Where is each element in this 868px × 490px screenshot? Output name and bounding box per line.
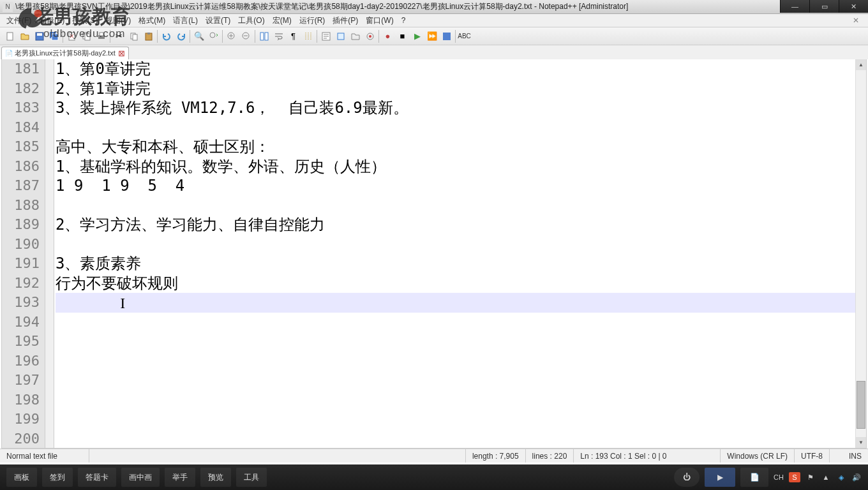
editor-line[interactable]: 1 9 1 9 5 4 — [56, 176, 855, 196]
func-list-icon[interactable] — [333, 29, 348, 43]
task-pip[interactable]: 画中画 — [121, 468, 160, 487]
paste-icon[interactable] — [141, 29, 156, 43]
undo-icon[interactable] — [159, 29, 174, 43]
macro-record-icon[interactable]: ● — [380, 29, 395, 43]
editor-line[interactable] — [56, 429, 855, 449]
menu-help[interactable]: ? — [398, 16, 410, 25]
zoom-out-icon[interactable] — [239, 29, 253, 43]
copy-icon[interactable] — [126, 29, 141, 43]
menu-settings[interactable]: 设置(T) — [202, 15, 234, 26]
macro-save-icon[interactable] — [439, 29, 454, 43]
menu-tools[interactable]: 工具(O) — [234, 15, 268, 26]
tray-up-icon[interactable]: ▲ — [821, 472, 831, 482]
task-play-icon[interactable]: ▶ — [705, 468, 735, 487]
editor-line[interactable]: 2、第1章讲完 — [56, 79, 855, 99]
task-signin[interactable]: 签到 — [42, 468, 73, 487]
editor-line[interactable] — [56, 235, 855, 255]
editor-line[interactable] — [56, 352, 855, 371]
print-icon[interactable] — [94, 29, 108, 43]
editor-line[interactable]: 1、基础学科的知识。数学、外语、历史（人性） — [56, 157, 855, 177]
menu-edit[interactable]: 编辑(E) — [35, 15, 68, 26]
replace-icon[interactable] — [206, 29, 221, 43]
task-drawboard[interactable]: 画板 — [6, 468, 37, 487]
line-number: 192 — [2, 274, 40, 293]
tray-ime[interactable]: CH — [774, 472, 784, 482]
menu-plugins[interactable]: 插件(P) — [329, 15, 362, 26]
file-tab[interactable]: 📄 老男孩Linux云计算58期-day2.txt ⊠ — [1, 47, 129, 59]
spellcheck-icon[interactable]: ABC — [457, 29, 472, 43]
zoom-in-icon[interactable] — [224, 29, 239, 43]
redo-icon[interactable] — [174, 29, 188, 43]
toolbar: ✂ 🔍 ¶ ● ■ ▶ ⏩ ABC — [0, 27, 868, 45]
menu-format[interactable]: 格式(M) — [135, 15, 169, 26]
text-editor[interactable]: 1、第0章讲完2、第1章讲完3、装上操作系统 VM12,7.6， 自己装6.9最… — [54, 59, 855, 448]
editor-line[interactable]: 高中、大专和本科、硕士区别： — [56, 137, 855, 157]
indent-guide-icon[interactable] — [301, 29, 315, 43]
folder-view-icon[interactable] — [348, 29, 363, 43]
maximize-button[interactable]: ▭ — [809, 0, 839, 13]
close-button[interactable]: ✕ — [839, 0, 868, 13]
macro-stop-icon[interactable]: ■ — [395, 29, 410, 43]
tray-shield-icon[interactable]: ◈ — [836, 472, 846, 482]
tray-s-icon[interactable]: S — [789, 472, 800, 482]
editor-line[interactable]: 2、学习方法、学习能力、自律自控能力 — [56, 215, 855, 235]
editor-line[interactable] — [56, 118, 855, 138]
editor-line[interactable]: 1、第0章讲完 — [56, 59, 855, 79]
task-tools[interactable]: 工具 — [236, 468, 267, 487]
minimize-button[interactable]: — — [780, 0, 809, 13]
task-answercard[interactable]: 答题卡 — [78, 468, 116, 487]
show-all-chars-icon[interactable]: ¶ — [286, 29, 301, 43]
editor-line[interactable]: 3、装上操作系统 VM12,7.6， 自己装6.9最新。 — [56, 98, 855, 118]
macro-play-icon[interactable]: ▶ — [410, 29, 424, 43]
editor-line[interactable] — [56, 313, 855, 332]
menu-file[interactable]: 文件(F) — [3, 15, 35, 26]
close-file-icon[interactable] — [64, 29, 79, 43]
new-file-icon[interactable] — [3, 29, 17, 43]
scroll-down-button[interactable]: ▼ — [856, 437, 866, 448]
monitor-icon[interactable] — [363, 29, 377, 43]
menu-run[interactable]: 运行(R) — [296, 15, 329, 26]
sync-vscroll-icon[interactable] — [257, 29, 271, 43]
task-power-icon[interactable]: ⏻ — [674, 468, 700, 487]
menu-window[interactable]: 窗口(W) — [362, 15, 397, 26]
status-lines: lines : 220 — [526, 449, 574, 463]
editor-line[interactable]: 行为不要破坏规则 — [56, 274, 855, 293]
editor-line[interactable] — [56, 371, 855, 390]
editor-line[interactable]: 3、素质素养 — [56, 254, 855, 274]
editor-line[interactable]: I — [56, 293, 855, 313]
line-number: 181 — [2, 59, 40, 79]
scroll-thumb[interactable] — [857, 381, 865, 429]
task-notepad-icon[interactable]: 📄 — [740, 468, 768, 487]
menu-search[interactable]: 搜索(S) — [68, 15, 101, 26]
wordwrap-icon[interactable] — [271, 29, 286, 43]
vertical-scrollbar[interactable]: ▲ ▼ — [855, 59, 866, 448]
cut-icon[interactable]: ✂ — [112, 29, 126, 43]
tab-close-icon[interactable]: ⊠ — [118, 50, 126, 57]
svg-rect-21 — [338, 33, 344, 40]
menu-view[interactable]: 视图(V) — [101, 15, 135, 26]
doc-map-icon[interactable] — [318, 29, 333, 43]
editor-line[interactable] — [56, 332, 855, 352]
line-number: 191 — [2, 254, 40, 274]
find-icon[interactable]: 🔍 — [191, 29, 206, 43]
menu-language[interactable]: 语言(L) — [169, 15, 202, 26]
task-raisehand[interactable]: 举手 — [165, 468, 195, 487]
editor-line[interactable] — [56, 390, 855, 410]
save-all-icon[interactable] — [47, 29, 61, 43]
close-all-icon[interactable] — [79, 29, 94, 43]
task-preview[interactable]: 预览 — [200, 468, 231, 487]
statusbar: Normal text file length : 7,905 lines : … — [0, 449, 868, 463]
editor-line[interactable] — [56, 196, 855, 216]
tray-volume-icon[interactable]: 🔊 — [851, 472, 862, 482]
menubar-close-icon[interactable]: ✕ — [849, 16, 863, 25]
svg-point-23 — [369, 35, 371, 38]
save-icon[interactable] — [32, 29, 47, 43]
tray-flag-icon[interactable]: ⚑ — [805, 472, 816, 482]
line-number: 196 — [2, 352, 40, 371]
macro-repeat-icon[interactable]: ⏩ — [424, 29, 439, 43]
menu-macro[interactable]: 宏(M) — [269, 15, 296, 26]
scroll-up-button[interactable]: ▲ — [856, 59, 866, 70]
editor-line[interactable] — [56, 410, 855, 429]
status-filetype: Normal text file — [0, 449, 89, 463]
open-file-icon[interactable] — [17, 29, 32, 43]
